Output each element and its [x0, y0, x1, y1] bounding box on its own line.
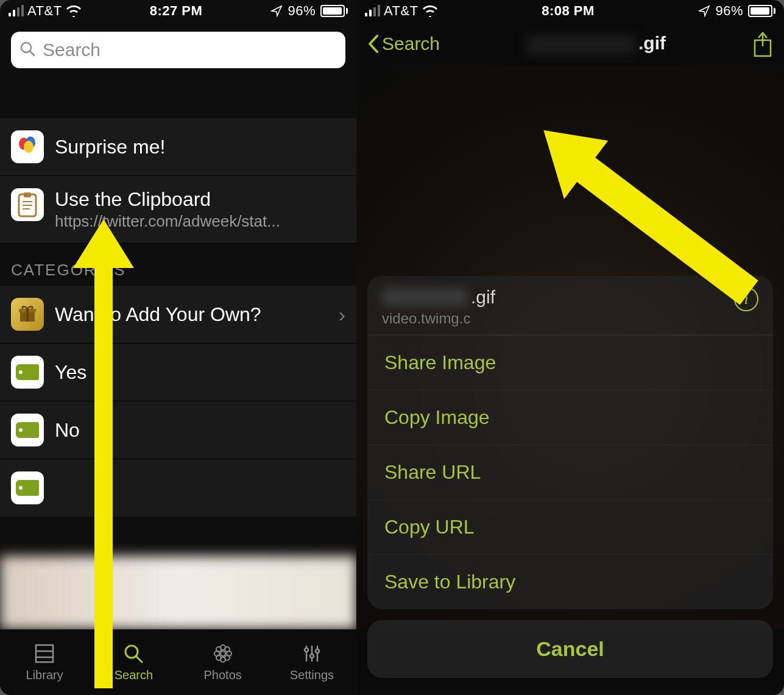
signal-bars-icon	[9, 5, 24, 16]
back-label: Search	[382, 34, 440, 54]
categories-header: CATEGORIES	[0, 244, 356, 286]
clock: 8:27 PM	[150, 3, 203, 19]
option-copy-url[interactable]: Copy URL	[367, 499, 773, 554]
carrier-label: AT&T	[27, 3, 62, 19]
status-bar: AT&T 8:08 PM 96%	[356, 0, 784, 22]
cancel-button[interactable]: Cancel	[367, 620, 773, 678]
category-partial[interactable]	[0, 459, 356, 517]
svg-line-17	[136, 657, 142, 662]
battery-percent: 96%	[288, 3, 316, 19]
svg-point-23	[216, 647, 221, 652]
battery-icon	[320, 5, 348, 17]
tab-bar: Library Search Photos S	[0, 629, 356, 695]
action-sheet-container: .gif video.twimg.c i Share Image Copy Im…	[356, 276, 784, 695]
clipboard-icon	[11, 188, 44, 221]
option-copy-image[interactable]: Copy Image	[367, 390, 773, 445]
category-add-own[interactable]: Want to Add Your Own? ›	[0, 286, 356, 344]
option-share-url[interactable]: Share URL	[367, 445, 773, 499]
svg-point-26	[225, 655, 230, 660]
tag-icon	[11, 471, 44, 504]
svg-point-25	[216, 655, 221, 660]
balloons-icon	[11, 130, 44, 163]
svg-point-30	[305, 648, 308, 652]
cat2-title: No	[55, 419, 345, 442]
gift-icon	[11, 298, 44, 331]
tab-library-label: Library	[26, 668, 63, 682]
tab-search[interactable]: Search	[89, 630, 178, 695]
svg-point-18	[221, 651, 225, 656]
tag-icon	[11, 356, 44, 389]
location-icon	[698, 5, 710, 17]
status-bar: AT&T 8:27 PM 96%	[0, 0, 356, 22]
title-suffix: .gif	[638, 33, 666, 53]
search-icon	[19, 41, 35, 59]
carrier-label: AT&T	[384, 3, 418, 19]
svg-point-4	[24, 141, 34, 153]
battery-percent: 96%	[715, 3, 743, 19]
share-button[interactable]	[752, 32, 773, 56]
ad-banner-blur	[0, 556, 356, 629]
chevron-right-icon: ›	[339, 303, 345, 326]
svg-line-1	[30, 51, 34, 55]
clipboard-sub: https://twitter.com/adweek/stat...	[55, 212, 345, 231]
surprise-title: Surprise me!	[55, 136, 345, 158]
category-no[interactable]: No	[0, 401, 356, 459]
back-button[interactable]: Search	[367, 34, 440, 54]
clipboard-title: Use the Clipboard	[55, 188, 345, 211]
svg-point-24	[225, 647, 230, 652]
use-clipboard-row[interactable]: Use the Clipboard https://twitter.com/ad…	[0, 176, 356, 244]
clock: 8:08 PM	[542, 3, 595, 19]
wifi-icon	[66, 5, 82, 17]
page-title: .gif	[440, 33, 752, 54]
location-icon	[270, 5, 283, 17]
svg-rect-6	[24, 192, 31, 197]
tab-settings-label: Settings	[290, 668, 334, 682]
battery-icon	[748, 5, 775, 17]
svg-point-32	[316, 649, 319, 653]
search-input[interactable]	[43, 40, 337, 60]
tab-photos-label: Photos	[203, 668, 241, 682]
action-sheet: .gif video.twimg.c i Share Image Copy Im…	[367, 276, 773, 609]
tag-icon	[11, 414, 44, 446]
right-screenshot: AT&T 8:08 PM 96% Search .gif	[356, 0, 784, 695]
signal-bars-icon	[365, 5, 380, 16]
cat1-title: Yes	[55, 361, 345, 384]
left-screenshot: AT&T 8:27 PM 96%	[0, 0, 356, 695]
tab-settings[interactable]: Settings	[267, 630, 356, 695]
sheet-domain: video.twimg.c	[382, 310, 734, 327]
tab-photos[interactable]: Photos	[178, 630, 267, 695]
sheet-filename: .gif	[382, 287, 734, 308]
info-icon[interactable]: i	[734, 287, 758, 311]
tab-search-label: Search	[115, 668, 153, 682]
search-bar[interactable]	[11, 32, 345, 68]
cat0-title: Want to Add Your Own?	[55, 303, 328, 326]
svg-rect-13	[36, 645, 53, 662]
nav-header: Search .gif	[356, 22, 784, 66]
tab-library[interactable]: Library	[0, 630, 89, 695]
category-yes[interactable]: Yes	[0, 344, 356, 401]
option-save-library[interactable]: Save to Library	[367, 554, 773, 609]
surprise-me-row[interactable]: Surprise me!	[0, 118, 356, 176]
svg-rect-12	[26, 309, 29, 322]
wifi-icon	[422, 5, 438, 17]
option-share-image[interactable]: Share Image	[367, 335, 773, 390]
svg-point-31	[310, 654, 314, 658]
